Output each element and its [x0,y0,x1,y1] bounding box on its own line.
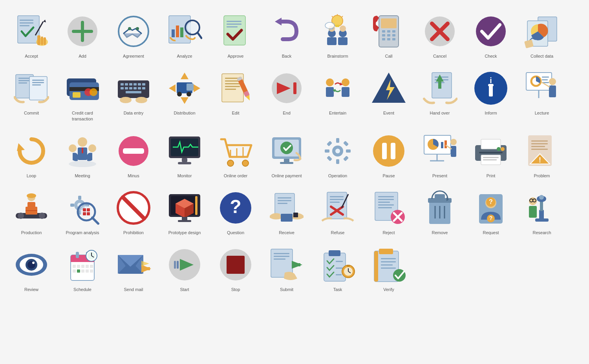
icon-item-end: End [263,65,310,124]
svg-rect-132 [542,79,548,80]
icon-label-online-order: Online order [224,173,248,178]
icon-entertain [318,69,357,108]
icon-research [522,188,562,228]
icon-label-present: Present [432,173,447,178]
icon-item-problem: ! Problem [518,127,565,180]
icon-refuse [318,188,357,228]
icon-label-credit-card: Credit card transaction [61,110,104,122]
icon-label-event: Event [383,110,394,116]
icon-check [471,12,510,51]
icon-label-monitor: Monitor [177,173,192,178]
icon-agreement [114,12,153,51]
icon-online-order [216,131,255,171]
icon-collect-data [522,12,562,51]
icon-item-verify: Verify [365,241,412,294]
svg-rect-131 [542,76,549,78]
icon-label-lecture: Lecture [535,110,549,116]
svg-rect-190 [483,159,497,160]
svg-rect-43 [382,30,385,33]
icon-label-remove: Remove [432,230,448,235]
icon-label-collect-data: Collect data [530,53,553,59]
svg-rect-127 [489,86,493,96]
svg-rect-172 [382,143,387,159]
icon-event [369,69,408,108]
svg-rect-50 [387,38,390,40]
svg-point-113 [342,78,349,86]
svg-point-162 [335,149,340,153]
svg-rect-295 [81,269,84,273]
svg-rect-164 [336,159,339,164]
icon-production [12,188,51,228]
svg-line-37 [342,16,343,17]
svg-rect-188 [479,152,503,153]
icon-prototype-design [165,188,204,228]
icon-item-receive: Receive [263,184,310,237]
icon-approve [216,12,255,51]
icon-label-check: Check [485,53,497,59]
svg-point-158 [280,142,293,154]
icon-label-inform: Inform [485,110,497,116]
icon-item-commit: Commit [8,65,55,124]
svg-point-89 [135,97,147,103]
svg-rect-320 [292,263,300,266]
icon-item-back: Back [263,8,310,61]
svg-rect-173 [391,143,395,159]
svg-point-14 [128,27,131,30]
svg-rect-144 [82,147,83,153]
icon-request: ? ? [471,188,510,228]
icon-label-meeting: Meeting [75,173,90,178]
icon-label-hand-over: Hand over [430,110,450,116]
icon-item-event: Event [365,65,412,124]
svg-rect-159 [284,159,289,162]
svg-rect-168 [343,141,349,146]
icon-label-add: Add [79,53,86,59]
icon-item-loop: Loop [8,127,55,180]
svg-rect-128 [488,84,494,86]
svg-rect-79 [138,83,141,86]
svg-rect-45 [392,30,395,33]
icon-item-entertain: Entertain [314,65,361,124]
svg-rect-228 [195,196,198,215]
svg-rect-112 [326,87,334,97]
icon-hand-over [420,69,459,108]
svg-rect-323 [336,261,343,262]
svg-rect-336 [381,264,393,266]
icon-label-request: Request [483,230,499,235]
icon-label-minus: Minus [128,173,139,178]
svg-rect-65 [32,80,44,81]
icon-item-present: Present [416,127,463,180]
svg-rect-167 [327,141,332,146]
svg-rect-290 [81,265,84,268]
icon-meeting [63,131,102,171]
svg-line-38 [332,16,333,17]
icon-stop [216,245,255,284]
svg-rect-337 [381,268,396,269]
icon-label-task: Task [333,287,342,292]
svg-rect-83 [129,87,132,89]
icon-item-hand-over: Hand over [416,65,463,124]
svg-rect-179 [451,146,456,157]
svg-rect-124 [438,82,441,89]
svg-rect-87 [126,91,141,93]
svg-point-178 [450,139,457,145]
svg-rect-240 [330,196,344,197]
svg-rect-46 [382,34,385,36]
svg-rect-251 [378,207,392,208]
svg-rect-75 [121,83,124,86]
svg-rect-51 [392,38,395,40]
icon-lecture [522,69,562,108]
svg-line-215 [92,218,98,224]
icon-label-program-analysis: Program analysis [66,230,99,235]
icon-label-print: Print [487,173,496,178]
svg-rect-170 [343,156,349,161]
svg-point-199 [18,213,24,219]
svg-rect-17 [172,29,175,37]
icon-label-brainstorm: Brainstorm [327,53,348,59]
svg-rect-100 [225,80,240,82]
svg-point-282 [32,262,35,264]
icon-call [369,12,408,51]
svg-rect-314 [227,256,245,274]
icon-end [267,69,306,108]
svg-point-187 [501,147,505,151]
svg-point-15 [136,27,139,30]
